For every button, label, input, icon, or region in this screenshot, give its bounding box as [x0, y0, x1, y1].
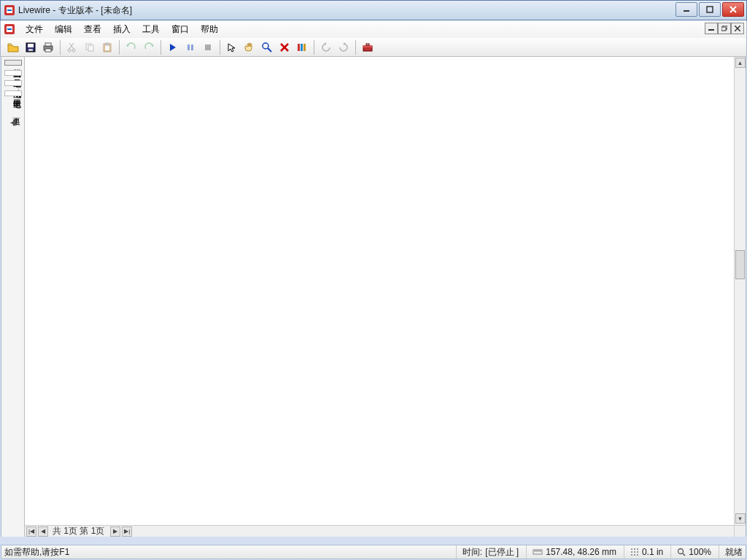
- stop-button[interactable]: [200, 39, 216, 55]
- svg-point-55: [637, 551, 638, 553]
- toolbar-separator: [60, 40, 61, 55]
- design-canvas[interactable]: [25, 57, 734, 525]
- mdi-close-button[interactable]: [731, 23, 744, 34]
- menubar: 文件 编辑 查看 插入 工具 窗口 帮助: [0, 20, 747, 38]
- svg-point-58: [637, 554, 638, 556]
- scroll-down-arrow[interactable]: ▼: [735, 513, 746, 524]
- menu-file[interactable]: 文件: [20, 22, 49, 37]
- app-icon: [4, 4, 15, 16]
- menu-window[interactable]: 窗口: [166, 22, 195, 37]
- pan-tool[interactable]: [241, 39, 258, 55]
- svg-point-59: [678, 549, 684, 554]
- window-title: Livewire - 专业版本 - [未命名]: [18, 4, 746, 17]
- svg-rect-33: [205, 44, 211, 50]
- svg-rect-38: [298, 44, 300, 51]
- svg-point-24: [72, 49, 75, 52]
- doc-app-icon: [4, 23, 15, 35]
- svg-line-35: [268, 48, 271, 52]
- svg-rect-16: [28, 44, 34, 47]
- palette-normal-mode[interactable]: 普通模式: [4, 60, 22, 66]
- svg-point-51: [634, 548, 635, 550]
- svg-line-60: [683, 553, 685, 556]
- palette-more[interactable]: 更多: [4, 109, 22, 114]
- scroll-up-arrow[interactable]: ▲: [735, 58, 746, 68]
- last-page-button[interactable]: ▶|: [122, 526, 132, 537]
- save-button[interactable]: [23, 39, 39, 55]
- svg-point-23: [68, 49, 71, 52]
- menu-view[interactable]: 查看: [78, 22, 107, 37]
- status-coords-value: 157.48, 48.26 mm: [546, 547, 616, 557]
- svg-rect-43: [366, 44, 369, 45]
- status-grid: 0.1 in: [624, 545, 663, 559]
- status-time-state: [已停止 ]: [485, 546, 519, 559]
- print-button[interactable]: [40, 39, 56, 55]
- toolbar-separator: [160, 40, 161, 55]
- first-page-button[interactable]: |◀: [26, 526, 36, 537]
- svg-rect-2: [7, 9, 12, 11]
- menu-edit[interactable]: 编辑: [49, 22, 78, 37]
- copy-button[interactable]: [82, 39, 98, 55]
- statusbar: 如需帮助,请按F1 时间: [已停止 ] 157.48, 48.26 mm 0.…: [1, 545, 746, 559]
- toolbar: [0, 38, 747, 57]
- mdi-restore-button[interactable]: [718, 23, 731, 34]
- grid-icon: [630, 548, 639, 556]
- status-zoom: 100%: [670, 545, 711, 559]
- menu-help[interactable]: 帮助: [195, 22, 224, 37]
- svg-point-50: [631, 548, 632, 550]
- svg-rect-20: [45, 49, 51, 52]
- horizontal-scrollbar[interactable]: |◀ ◀ 共 1页 第 1页 ▶ ▶|: [25, 525, 734, 537]
- svg-rect-9: [7, 28, 12, 30]
- palette-current-mode[interactable]: 电流流动: [4, 80, 22, 86]
- menu-tool[interactable]: 工具: [136, 22, 166, 37]
- zoom-tool[interactable]: [259, 39, 275, 55]
- status-time-label: 时间:: [462, 546, 482, 559]
- paste-button[interactable]: [99, 39, 115, 55]
- canvas-area: ▲ ▼ |◀ ◀ 共 1页 第 1页 ▶ ▶|: [25, 57, 746, 537]
- palette-logic-mode[interactable]: 逻辑电平: [4, 90, 22, 96]
- status-ready: 就绪: [719, 545, 743, 559]
- page-indicator: 共 1页 第 1页: [53, 525, 104, 537]
- mdi-minimize-button[interactable]: [705, 23, 718, 34]
- svg-point-56: [631, 554, 632, 556]
- play-button[interactable]: [165, 39, 181, 55]
- status-hint: 如需帮助,请按F1: [4, 545, 69, 559]
- menu-insert[interactable]: 插入: [107, 22, 136, 37]
- next-page-button[interactable]: ▶: [110, 526, 120, 537]
- toolbar-separator: [355, 40, 356, 55]
- palette-voltage-mode[interactable]: 显示电位: [4, 70, 22, 76]
- magnifier-icon: [677, 548, 686, 556]
- svg-rect-19: [45, 43, 51, 46]
- pointer-tool[interactable]: [224, 39, 240, 55]
- svg-rect-40: [303, 44, 306, 51]
- svg-rect-39: [301, 44, 303, 51]
- svg-marker-30: [170, 44, 176, 51]
- workarea: 普通模式 显示电位 电流流动 逻辑电平 更多 ◀ ▲ ▼ |◀ ◀ 共 1页 第…: [1, 57, 746, 537]
- svg-point-53: [631, 551, 632, 553]
- svg-point-57: [634, 554, 635, 556]
- minimize-button[interactable]: [676, 2, 697, 17]
- scroll-thumb[interactable]: [735, 250, 745, 279]
- rotate-right-button[interactable]: [336, 39, 352, 55]
- cut-button[interactable]: [64, 39, 80, 55]
- rotate-left-button[interactable]: [318, 39, 334, 55]
- svg-point-34: [263, 43, 268, 49]
- redo-button[interactable]: [141, 39, 157, 55]
- status-zoom-value: 100%: [689, 547, 711, 557]
- library-button[interactable]: [294, 39, 310, 55]
- svg-rect-32: [191, 44, 193, 50]
- toolbox-button[interactable]: [360, 39, 376, 55]
- ruler-icon: [533, 548, 543, 556]
- toolbar-separator: [314, 40, 314, 55]
- svg-rect-4: [707, 7, 713, 12]
- pause-button[interactable]: [182, 39, 198, 55]
- mode-palette: 普通模式 显示电位 电流流动 逻辑电平 更多 ◀: [1, 57, 25, 537]
- prev-page-button[interactable]: ◀: [38, 526, 48, 537]
- palette-expand-arrow[interactable]: ◀: [10, 118, 16, 126]
- maximize-button[interactable]: [699, 2, 721, 17]
- close-button[interactable]: [722, 2, 744, 17]
- open-button[interactable]: [5, 39, 21, 55]
- undo-button[interactable]: [123, 39, 139, 55]
- vertical-scrollbar[interactable]: ▲ ▼: [734, 57, 746, 525]
- svg-point-52: [637, 548, 638, 550]
- delete-tool[interactable]: [276, 39, 293, 55]
